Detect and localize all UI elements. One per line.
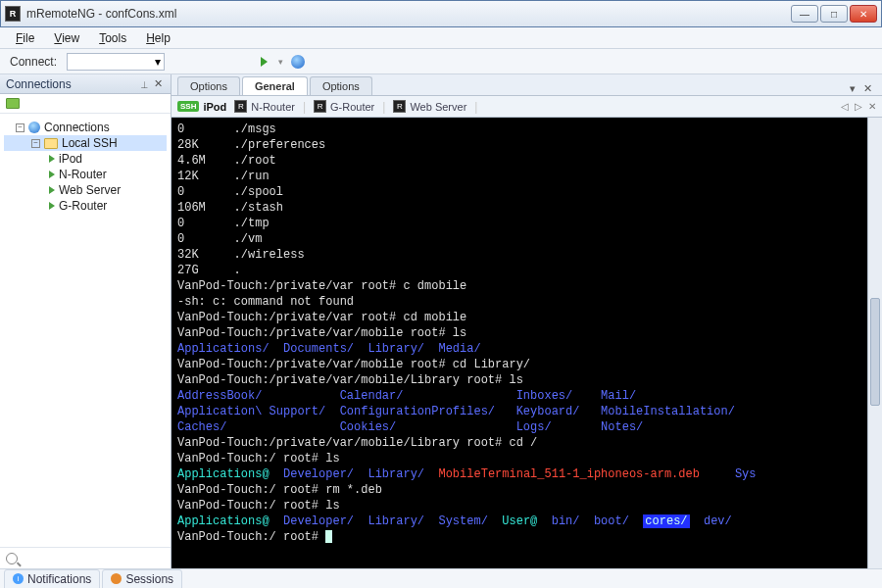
tree-item-grouter[interactable]: G-Router — [4, 198, 167, 214]
statusbar: iNotifications Sessions — [0, 568, 882, 588]
tree-root[interactable]: − Connections — [4, 120, 167, 135]
chevron-down-icon: ▾ — [155, 55, 161, 69]
terminal[interactable]: 0 ./msgs 28K ./preferences 4.6M ./root 1… — [172, 118, 867, 568]
session-tab-label: Web Server — [410, 101, 466, 113]
app-icon: R — [5, 6, 21, 22]
search-icon — [6, 553, 18, 564]
status-sessions[interactable]: Sessions — [102, 569, 182, 589]
menu-tools[interactable]: Tools — [91, 29, 134, 47]
tree-item-ipod[interactable]: iPod — [4, 151, 167, 167]
globe-icon — [28, 122, 40, 133]
close-button[interactable]: ✕ — [850, 5, 877, 23]
session-tab-nrouter[interactable]: RN-Router — [234, 100, 295, 113]
new-folder-icon[interactable] — [6, 98, 20, 109]
maximize-button[interactable]: □ — [820, 5, 848, 23]
terminal-scrollbar[interactable] — [867, 118, 882, 568]
session-tab-grouter[interactable]: RG-Router — [314, 100, 374, 113]
panel-title: Connections — [6, 77, 72, 91]
connect-combo[interactable]: ▾ — [67, 53, 165, 71]
outer-tabs: Options General Options ▾ ✕ — [172, 74, 882, 96]
tab-options-2[interactable]: Options — [310, 76, 372, 95]
panel-header: Connections ⟂ ✕ — [0, 74, 171, 94]
session-tab-ipod[interactable]: SSHiPod — [177, 101, 226, 113]
tab-close[interactable]: ✕ — [859, 82, 876, 95]
window-title: mRemoteNG - confCons.xml — [26, 7, 791, 21]
session-tab-label: iPod — [203, 101, 226, 113]
app-badge-icon: R — [234, 100, 247, 113]
tree-folder[interactable]: − Local SSH — [4, 135, 167, 151]
sessions-icon — [111, 573, 122, 584]
connect-label: Connect: — [10, 55, 57, 69]
tree-item-label: G-Router — [59, 199, 107, 213]
connection-icon — [49, 171, 55, 178]
connection-icon — [49, 186, 55, 194]
chevron-down-icon: ▾ — [278, 57, 283, 67]
tab-general[interactable]: General — [242, 76, 308, 95]
connection-icon — [49, 202, 55, 210]
tab-dropdown[interactable]: ▾ — [846, 82, 859, 95]
status-label: Sessions — [125, 572, 173, 586]
folder-icon — [44, 138, 58, 149]
main-area: Options General Options ▾ ✕ SSHiPod RN-R… — [172, 74, 882, 568]
titlebar: R mRemoteNG - confCons.xml — □ ✕ — [0, 0, 882, 27]
menubar: File View Tools Help — [0, 27, 882, 49]
minimize-button[interactable]: — — [791, 5, 818, 23]
tab-options-1[interactable]: Options — [177, 76, 240, 95]
toolbar: Connect: ▾ ▾ — [0, 49, 882, 74]
tree-root-label: Connections — [44, 121, 110, 134]
tree-folder-label: Local SSH — [62, 136, 118, 150]
sidebar-toolbar — [0, 94, 171, 114]
scrollbar-thumb[interactable] — [870, 298, 880, 406]
prev-tab-icon[interactable]: ◁ — [841, 101, 849, 112]
session-tab-webserver[interactable]: RWeb Server — [393, 100, 466, 113]
globe-icon — [291, 55, 305, 69]
info-icon: i — [13, 573, 24, 584]
ssh-badge-icon: SSH — [177, 101, 199, 112]
session-tab-label: N-Router — [251, 101, 295, 113]
status-notifications[interactable]: iNotifications — [4, 569, 100, 589]
globe-button[interactable] — [289, 53, 307, 71]
play-icon — [261, 57, 268, 67]
menu-view[interactable]: View — [46, 29, 87, 47]
app-badge-icon: R — [314, 100, 326, 113]
session-tabs: SSHiPod RN-Router | RG-Router | RWeb Ser… — [172, 96, 882, 118]
tree-item-webserver[interactable]: Web Server — [4, 182, 167, 198]
menu-help[interactable]: Help — [138, 29, 178, 47]
connection-icon — [49, 155, 55, 163]
expander-icon[interactable]: − — [16, 123, 24, 132]
tree-item-label: N-Router — [59, 168, 107, 181]
connections-tree[interactable]: − Connections − Local SSH iPod N-Router … — [0, 114, 171, 547]
tree-item-label: Web Server — [59, 183, 121, 197]
app-badge-icon: R — [393, 100, 406, 113]
connect-play-button[interactable] — [255, 53, 272, 71]
expander-icon[interactable]: − — [31, 139, 40, 148]
session-tab-label: G-Router — [330, 101, 374, 113]
menu-file[interactable]: File — [8, 29, 42, 47]
session-close-icon[interactable]: ✕ — [868, 101, 876, 112]
next-tab-icon[interactable]: ▷ — [855, 101, 862, 112]
tree-item-label: iPod — [59, 152, 82, 166]
status-label: Notifications — [27, 572, 91, 586]
pin-icon[interactable]: ⟂ — [137, 78, 151, 90]
tree-item-nrouter[interactable]: N-Router — [4, 167, 167, 182]
connections-panel: Connections ⟂ ✕ − Connections − Local SS… — [0, 74, 172, 568]
panel-close-icon[interactable]: ✕ — [151, 77, 165, 90]
sidebar-search[interactable] — [0, 547, 171, 568]
